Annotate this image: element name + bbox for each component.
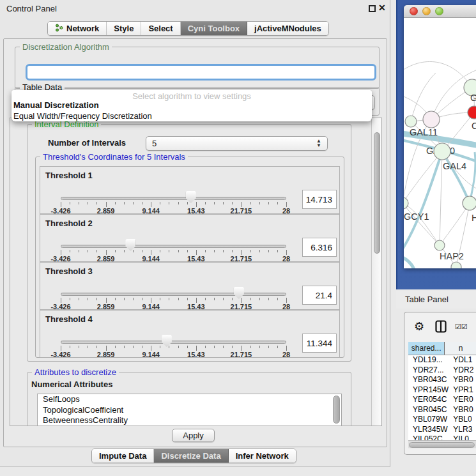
select-columns-checkboxes-icon[interactable]: ☑☑ <box>455 323 468 331</box>
network-node-gal4[interactable] <box>434 143 450 160</box>
tab-network[interactable]: Network <box>48 22 107 35</box>
tab-impute-data[interactable]: Impute Data <box>92 449 154 463</box>
tab-infer-network[interactable]: Infer Network <box>229 449 296 463</box>
tab-label: Infer Network <box>236 451 289 461</box>
popup-option-equal-width-frequency[interactable]: Equal Width/Frequency Discretization <box>12 111 372 121</box>
list-scrollbar[interactable] <box>333 395 340 424</box>
tab-label: jActiveMNodules <box>254 24 321 33</box>
table-row[interactable]: YDR27...YDR2 <box>408 365 476 376</box>
control-panel-title: Control Panel <box>6 4 57 13</box>
threshold-value-field[interactable] <box>302 286 337 305</box>
close-traffic-light-icon[interactable] <box>410 7 418 15</box>
cell-name[interactable]: YIL0 <box>450 434 476 440</box>
network-node-hap2[interactable] <box>434 240 445 250</box>
network-edge-highlighted[interactable] <box>404 256 415 268</box>
table-row[interactable]: YBR045CYBR0 <box>408 405 476 415</box>
cell-shared-name[interactable]: YLR345W <box>408 425 450 435</box>
cell-name[interactable]: YBR0 <box>450 375 476 385</box>
thresholds-group-title: Threshold's Coordinates for 5 Intervals <box>40 152 188 162</box>
popup-option-manual-discretization[interactable]: Manual Discretization <box>12 100 372 111</box>
cell-shared-name[interactable]: YDL19... <box>408 355 450 365</box>
threshold-value-field[interactable] <box>302 190 337 209</box>
cell-shared-name[interactable]: YIL052C <box>408 434 450 440</box>
tab-select[interactable]: Select <box>141 22 180 35</box>
cyni-toolbox-panel: Discretization Algorithm Table Data galF… <box>3 38 387 447</box>
settings-vertical-scrollbar[interactable] <box>371 118 381 426</box>
cell-shared-name[interactable]: YER054C <box>408 395 450 405</box>
float-window-icon[interactable] <box>369 5 376 12</box>
cell-name[interactable]: YPR1 <box>450 385 476 395</box>
scrollbar-thumb[interactable] <box>409 442 475 448</box>
cell-name[interactable]: YBL0 <box>450 415 476 425</box>
gear-icon[interactable]: ⚙ <box>414 319 424 334</box>
scrollbar-thumb[interactable] <box>374 132 380 254</box>
table-row[interactable]: YBL079WYBL0 <box>408 415 476 425</box>
network-node[interactable] <box>451 262 461 268</box>
algorithm-combobox[interactable] <box>26 64 376 81</box>
tab-jactivemnodules[interactable]: jActiveMNodules <box>247 22 328 35</box>
network-edge[interactable] <box>440 151 442 245</box>
slider-track[interactable] <box>61 293 286 296</box>
threshold-value-field[interactable] <box>302 334 337 353</box>
slider-track[interactable] <box>61 197 286 200</box>
threshold-label: Threshold 2 <box>45 219 93 228</box>
tab-discretize-data[interactable]: Discretize Data <box>154 449 228 463</box>
attribute-list-item[interactable]: BetweennessCentrality <box>38 415 341 426</box>
number-of-intervals-value: 5 <box>152 139 157 148</box>
attributes-group: Attributes to discretize Numerical Attri… <box>27 372 351 426</box>
slider-tick-labels: -3.4262.8599.14415.4321.71528 <box>61 255 286 262</box>
table-row[interactable]: YPR145WYPR1 <box>408 385 476 395</box>
table-row[interactable]: YDL19...YDL1 <box>408 355 476 365</box>
tab-cyni-toolbox[interactable]: Cyni Toolbox <box>181 22 247 35</box>
zoom-traffic-light-icon[interactable] <box>435 7 443 15</box>
cell-name[interactable]: YBR0 <box>450 405 476 415</box>
slider-track[interactable] <box>61 245 286 248</box>
table-row[interactable]: YIL052CYIL0 <box>408 434 476 440</box>
table-row[interactable]: YER054CYER0 <box>408 395 476 405</box>
cell-shared-name[interactable]: YBR045C <box>408 405 450 415</box>
network-edge-highlighted[interactable] <box>404 151 442 253</box>
minimize-traffic-light-icon[interactable] <box>422 7 431 15</box>
cell-shared-name[interactable]: YBL079W <box>408 415 450 425</box>
column-header-name[interactable]: n <box>445 342 476 355</box>
threshold-panel: Threshold 2 -3.4262.8599.14415.4321.7152… <box>40 214 340 262</box>
table-header-row: shared... n <box>408 342 476 355</box>
table-panel-title: Table Panel <box>405 295 449 304</box>
cell-name[interactable]: YDL1 <box>450 355 476 365</box>
network-node-h[interactable] <box>463 196 476 210</box>
cell-shared-name[interactable]: YDR27... <box>408 365 450 376</box>
slider-track[interactable] <box>61 341 286 344</box>
threshold-panel: Threshold 4 -3.4262.8599.14415.4321.7152… <box>40 310 340 358</box>
cell-name[interactable]: YDR2 <box>450 365 476 376</box>
network-node-gal80[interactable] <box>423 111 440 128</box>
table-horizontal-scrollbar[interactable] <box>408 440 476 449</box>
tab-style[interactable]: Style <box>107 22 141 35</box>
column-header-shared-name[interactable]: shared... <box>408 342 445 355</box>
threshold-value-field[interactable] <box>302 238 337 257</box>
network-canvas[interactable]: GAL80GACGAL11GAL4GCY1HHAP2 <box>404 18 476 268</box>
attribute-list-item[interactable]: SelfLoops <box>38 394 341 405</box>
cell-name[interactable]: YLR3 <box>450 425 476 435</box>
network-node-gal11[interactable] <box>405 116 417 127</box>
tab-label: Style <box>114 24 134 33</box>
numerical-attributes-list[interactable]: SelfLoopsTopologicalCoefficientBetweenne… <box>37 394 342 426</box>
network-node-gcy1[interactable] <box>404 197 408 209</box>
network-edge-highlighted[interactable] <box>442 151 470 203</box>
cell-shared-name[interactable]: YPR145W <box>408 385 450 395</box>
cell-shared-name[interactable]: YBR043C <box>408 375 450 385</box>
attribute-list-item[interactable]: TopologicalCoefficient <box>38 405 341 416</box>
table-row[interactable]: YBR043CYBR0 <box>408 375 476 385</box>
node-label: H <box>472 213 476 223</box>
apply-button[interactable]: Apply <box>172 429 215 442</box>
network-edge[interactable] <box>404 61 472 88</box>
network-node-c[interactable] <box>468 106 476 119</box>
network-window-titlebar <box>404 5 476 18</box>
network-edge[interactable] <box>440 203 470 245</box>
table-row[interactable]: YLR345WYLR3 <box>408 425 476 435</box>
cell-name[interactable]: YER0 <box>450 395 476 405</box>
slider-tick-labels: -3.4262.8599.14415.4321.71528 <box>61 303 286 310</box>
close-icon[interactable]: ✕ <box>378 3 386 13</box>
network-edge[interactable] <box>404 151 442 203</box>
number-of-intervals-dropdown[interactable]: 5 ▲▼ <box>146 136 328 151</box>
columns-icon[interactable] <box>435 320 447 335</box>
